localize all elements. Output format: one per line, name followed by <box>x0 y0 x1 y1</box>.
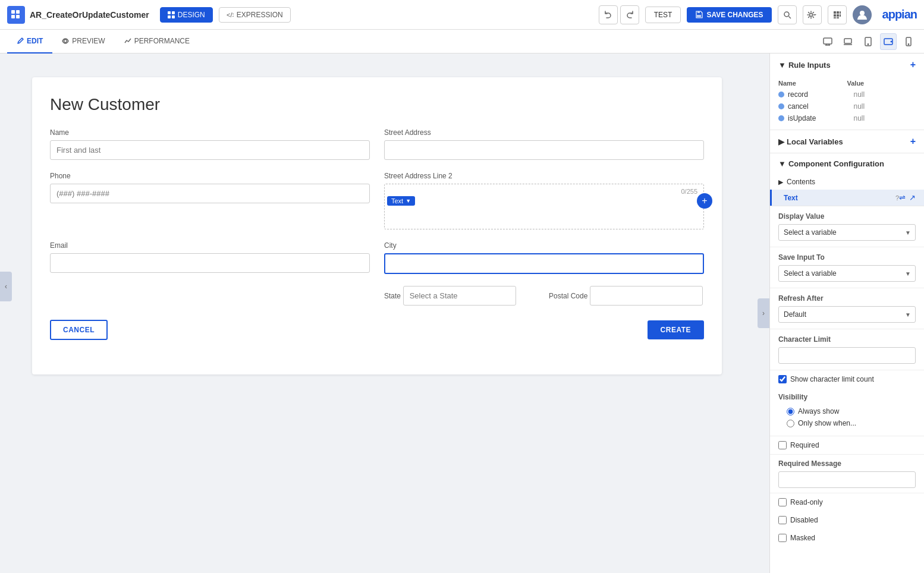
refresh-after-section: Refresh After Default On change On blur … <box>770 288 924 329</box>
rule-input-dot <box>778 92 784 97</box>
link-icon[interactable]: ⇌ <box>899 193 906 202</box>
form-row-3: Email City <box>50 241 704 274</box>
street-address-2-input[interactable] <box>387 208 701 225</box>
svg-point-23 <box>64 39 67 42</box>
required-checkbox[interactable] <box>778 441 787 449</box>
add-rule-input-button[interactable]: + <box>910 59 916 70</box>
refresh-after-select[interactable]: Default On change On blur <box>778 306 916 323</box>
name-input[interactable] <box>50 140 370 160</box>
svg-point-32 <box>891 41 891 42</box>
svg-rect-14 <box>834 11 836 14</box>
save-changes-button[interactable]: SAVE CHANGES <box>687 7 771 23</box>
visibility-label: Visibility <box>778 393 916 401</box>
svg-rect-21 <box>837 17 839 18</box>
required-message-section: Required Message <box>770 455 924 493</box>
state-input[interactable] <box>403 286 516 306</box>
laptop-icon[interactable] <box>840 33 856 50</box>
save-input-select-wrapper: Select a variable ▼ <box>778 265 916 282</box>
svg-point-13 <box>809 13 812 16</box>
create-button[interactable]: CREATE <box>648 320 704 339</box>
monitor-icon[interactable] <box>819 33 836 50</box>
app-title: AR_CreateOrUpdateCustomer <box>30 10 149 20</box>
add-row-button[interactable]: + <box>697 193 712 209</box>
preview-tab[interactable]: PREVIEW <box>52 30 114 53</box>
local-variables-section: ▶ Local Variables + <box>770 130 924 153</box>
rule-inputs-header[interactable]: ▼ Rule Inputs + <box>770 53 924 76</box>
readonly-label: Read-only <box>790 498 823 506</box>
form-card: New Customer Name Street Address Pho <box>32 77 722 374</box>
component-config-section: ▼ Component Configuration ▶ Contents Tex… <box>770 153 924 206</box>
show-char-limit-checkbox[interactable] <box>778 375 787 383</box>
always-show-radio[interactable] <box>787 408 794 415</box>
email-label: Email <box>50 241 370 250</box>
canvas-nav-right[interactable]: › <box>758 298 769 328</box>
external-link-icon[interactable]: ↗ <box>909 193 916 202</box>
svg-rect-4 <box>168 11 171 14</box>
phone-input[interactable] <box>50 184 370 203</box>
tablet-landscape-icon[interactable] <box>880 33 897 50</box>
grid-button[interactable] <box>828 5 847 24</box>
undo-button[interactable] <box>599 5 618 24</box>
expression-tab-btn[interactable]: </> EXPRESSION <box>219 7 291 23</box>
display-value-select-wrapper: Select a variable ▼ <box>778 224 916 241</box>
text-config-label: Text <box>784 194 894 202</box>
city-group: City <box>384 241 704 274</box>
only-show-when-radio[interactable] <box>787 420 794 427</box>
save-input-select[interactable]: Select a variable <box>778 265 916 282</box>
display-value-select[interactable]: Select a variable <box>778 224 916 241</box>
name-group: Name <box>50 128 370 160</box>
masked-checkbox[interactable] <box>778 534 787 542</box>
contents-row[interactable]: ▶ Contents <box>770 174 924 190</box>
search-icon-button[interactable] <box>778 5 797 24</box>
app-icon <box>7 6 25 24</box>
local-variables-header[interactable]: ▶ Local Variables + <box>770 130 924 153</box>
svg-rect-28 <box>844 39 851 43</box>
street-address-input[interactable] <box>384 140 704 160</box>
svg-rect-2 <box>16 10 20 14</box>
city-input[interactable] <box>384 253 704 274</box>
show-char-limit-label: Show character limit count <box>790 375 874 383</box>
text-config-icons: ⇌ ↗ <box>899 193 916 202</box>
edit-tab[interactable]: EDIT <box>7 30 52 53</box>
performance-tab[interactable]: PERFORMANCE <box>115 30 199 53</box>
character-limit-section: Character Limit <box>770 329 924 370</box>
required-message-input[interactable] <box>778 471 916 488</box>
disabled-label: Disabled <box>790 516 818 524</box>
visibility-radio-group: Always show Only show when... <box>778 405 916 433</box>
svg-rect-0 <box>11 10 15 14</box>
postal-code-input[interactable] <box>590 286 703 306</box>
cancel-button[interactable]: CANCEL <box>50 320 108 340</box>
settings-button[interactable] <box>803 5 822 24</box>
state-group: State <box>384 286 539 306</box>
svg-point-34 <box>908 43 909 44</box>
mobile-icon[interactable] <box>900 33 917 50</box>
svg-rect-18 <box>837 14 839 17</box>
disabled-row: Disabled <box>770 511 924 529</box>
svg-rect-17 <box>834 14 836 17</box>
svg-text:</>: </> <box>227 11 234 18</box>
readonly-checkbox[interactable] <box>778 498 787 506</box>
refresh-after-label: Refresh After <box>778 294 916 303</box>
component-config-header[interactable]: ▼ Component Configuration <box>770 153 924 174</box>
design-tab-btn[interactable]: DESIGN <box>160 7 213 23</box>
masked-row: Masked <box>770 529 924 547</box>
svg-rect-3 <box>16 15 20 18</box>
tabbar: EDIT PREVIEW PERFORMANCE <box>0 30 924 53</box>
rule-input-isupdate: isUpdate null <box>778 114 916 122</box>
email-group: Email <box>50 241 370 274</box>
add-local-var-button[interactable]: + <box>910 136 916 147</box>
canvas-nav-left[interactable]: ‹ <box>0 272 12 301</box>
street-address-2-group: Street Address Line 2 0/255 Text ▼ + <box>384 172 704 229</box>
email-input[interactable] <box>50 253 370 273</box>
tablet-icon[interactable] <box>860 33 876 50</box>
refresh-after-select-wrapper: Default On change On blur ▼ <box>778 306 916 323</box>
name-label: Name <box>50 128 370 137</box>
text-type-badge[interactable]: Text ▼ <box>387 196 415 206</box>
disabled-checkbox[interactable] <box>778 516 787 524</box>
svg-rect-16 <box>840 11 841 14</box>
character-limit-input[interactable] <box>778 347 916 364</box>
text-config-row[interactable]: Text ? ⇌ ↗ <box>770 190 924 206</box>
test-button[interactable]: TEST <box>645 7 681 23</box>
user-avatar[interactable] <box>853 5 872 24</box>
redo-button[interactable] <box>620 5 639 24</box>
